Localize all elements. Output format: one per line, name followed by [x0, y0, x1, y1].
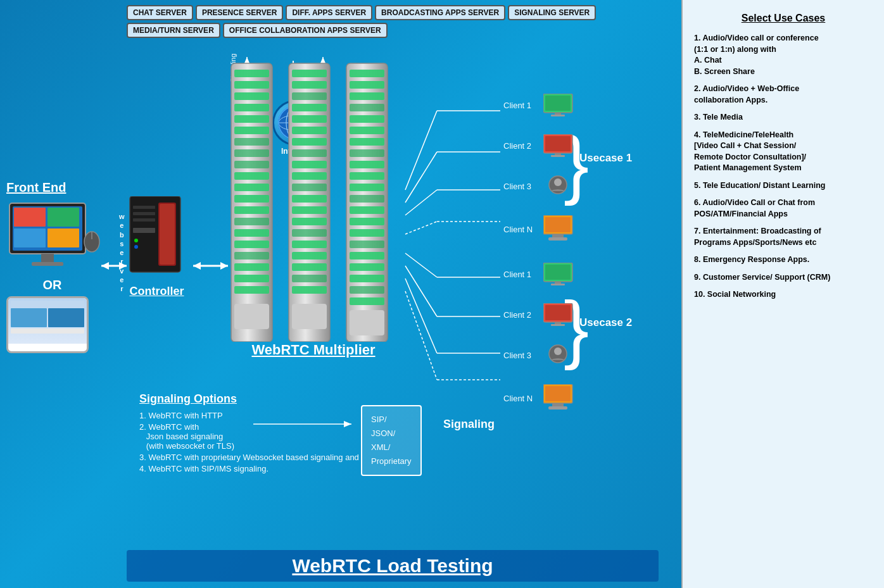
svg-rect-103 [292, 286, 327, 294]
svg-line-28 [405, 266, 437, 316]
svg-rect-66 [234, 115, 269, 123]
use-case-item-7[interactable]: 7. Entertainment: Broadcasting of Progra… [694, 226, 873, 248]
bottom-title-text: WebRTC Load Testing [292, 555, 493, 576]
svg-rect-41 [14, 228, 46, 247]
use-case-item-9[interactable]: 9. Customer Service/ Support (CRM) [694, 272, 873, 284]
svg-rect-110 [350, 115, 384, 123]
signaling-protocol-proprietary: Proprietary [371, 454, 412, 468]
server-tag: DIFF. APPS SERVER [286, 5, 372, 20]
svg-line-23 [405, 222, 437, 234]
svg-marker-15 [101, 262, 109, 270]
svg-rect-77 [234, 241, 269, 248]
svg-rect-139 [545, 217, 571, 232]
svg-rect-115 [350, 172, 384, 180]
svg-line-30 [405, 278, 437, 353]
use-case-item-3[interactable]: 3. Tele Media [694, 112, 873, 123]
svg-rect-153 [545, 386, 571, 401]
svg-rect-43 [41, 254, 54, 263]
webrtc-multiplier-label: WebRTC Multiplier [225, 342, 402, 358]
client-1-3-label: Client 3 [503, 182, 538, 191]
svg-rect-79 [234, 263, 269, 271]
server-cluster [225, 57, 394, 342]
svg-rect-65 [234, 104, 269, 111]
svg-rect-44 [32, 262, 63, 266]
svg-rect-125 [350, 286, 384, 294]
svg-rect-51 [133, 212, 155, 215]
use-case-item-2[interactable]: 2. Audio/Video + Web-Office collaboratio… [694, 84, 873, 106]
svg-rect-95 [292, 195, 327, 203]
svg-line-32 [405, 291, 437, 380]
client-2-n-icon [543, 384, 574, 412]
svg-rect-133 [545, 136, 571, 151]
svg-rect-131 [551, 115, 565, 116]
svg-rect-53 [133, 228, 155, 233]
svg-rect-67 [234, 127, 269, 134]
svg-rect-97 [292, 218, 327, 225]
svg-rect-72 [234, 184, 269, 191]
svg-rect-149 [551, 324, 565, 326]
svg-rect-85 [292, 81, 327, 89]
server-tag: SIGNALING SERVER [508, 5, 596, 20]
signaling-item-3: 3. WebRTC with proprietary Websocket bas… [139, 453, 519, 462]
client-1-1-label: Client 1 [503, 101, 538, 110]
client-group-1: Client 1 Client 2 Client 3 [503, 94, 574, 243]
svg-rect-75 [234, 218, 269, 225]
svg-rect-71 [234, 172, 269, 180]
svg-line-26 [405, 253, 437, 277]
use-case-item-5[interactable]: 5. Tele Education/ Distant Learning [694, 180, 873, 192]
server-tag: CHAT SERVER [127, 5, 193, 20]
svg-rect-40 [47, 208, 79, 227]
svg-rect-113 [350, 149, 384, 157]
tablet-icon [6, 296, 89, 353]
usecase-1-label: Usecase 1 [579, 152, 632, 165]
client-group-1-row-3: Client 3 [503, 175, 574, 197]
svg-rect-68 [234, 138, 269, 146]
svg-rect-120 [350, 229, 384, 237]
svg-line-17 [405, 111, 437, 190]
svg-rect-102 [292, 275, 327, 282]
client-group-2-row-3: Client 3 [503, 344, 574, 366]
svg-rect-96 [292, 206, 327, 214]
client-1-n-icon [543, 215, 574, 243]
svg-rect-88 [292, 115, 327, 123]
server-tag: MEDIA/TURN SERVER [127, 23, 220, 38]
bottom-title-section: WebRTC Load Testing [127, 550, 659, 582]
svg-rect-127 [350, 310, 384, 335]
use-case-item-10[interactable]: 10. Social Networking [694, 289, 873, 301]
svg-rect-114 [350, 161, 384, 168]
usecase-2-label: Usecase 2 [579, 316, 632, 329]
client-2-3-icon [543, 344, 574, 366]
svg-rect-107 [350, 81, 384, 89]
svg-rect-52 [133, 218, 155, 222]
svg-rect-129 [545, 96, 571, 111]
signaling-options-section: Signaling Options 1. WebRTC with HTTP 2.… [139, 392, 519, 473]
svg-rect-99 [292, 241, 327, 248]
client-1-1-icon [543, 94, 574, 116]
or-label: OR [6, 278, 98, 292]
right-panel: Select Use Cases 1. Audio/Video call or … [681, 0, 884, 588]
svg-rect-111 [350, 127, 384, 134]
svg-rect-80 [234, 275, 269, 282]
svg-rect-141 [548, 237, 567, 241]
client-group-1-row-2: Client 2 [503, 134, 574, 157]
controller-tower-icon [127, 196, 187, 278]
svg-rect-92 [292, 161, 327, 168]
client-group-1-row-1: Client 1 [503, 94, 574, 116]
select-use-cases-title[interactable]: Select Use Cases [694, 13, 873, 24]
svg-rect-63 [234, 81, 269, 89]
svg-rect-49 [160, 204, 175, 265]
use-case-item-1[interactable]: 1. Audio/Video call or conference (1:1 o… [694, 33, 873, 77]
svg-rect-73 [234, 195, 269, 203]
use-case-item-8[interactable]: 8. Emergency Response Apps. [694, 254, 873, 266]
svg-rect-118 [350, 206, 384, 214]
front-end-label: Front End [6, 180, 98, 195]
use-case-item-6[interactable]: 6. Audio/Video Call or Chat from POS/ATM… [694, 197, 873, 220]
svg-point-151 [554, 347, 562, 355]
signaling-options-title: Signaling Options [139, 392, 519, 406]
use-case-item-4[interactable]: 4. TeleMedicine/TeleHealth [Video Call +… [694, 130, 873, 174]
client-2-1-label: Client 1 [503, 270, 538, 279]
svg-rect-89 [292, 127, 327, 134]
client-group-2-row-1: Client 1 [503, 263, 574, 285]
svg-rect-104 [292, 304, 327, 329]
svg-point-54 [134, 239, 138, 242]
